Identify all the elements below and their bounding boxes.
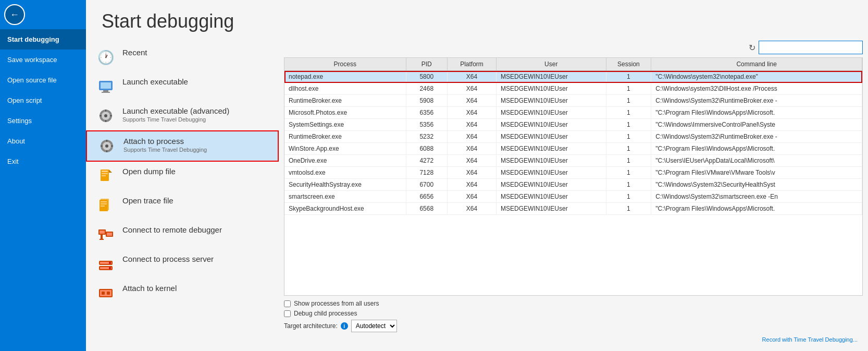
col-session: Session (606, 58, 651, 71)
svg-rect-19 (102, 171, 108, 172)
menu-item-recent[interactable]: 🕐 Recent (86, 43, 279, 72)
sidebar: ← Start debugging Save workspace Open so… (0, 0, 86, 351)
time-travel-link[interactable]: Record with Time Travel Debugging... (762, 336, 858, 343)
kernel-icon (96, 284, 115, 302)
main-body: 🕐 Recent Launch executable Launch ex (86, 38, 868, 351)
col-process: Process (284, 58, 406, 71)
table-row[interactable]: Microsoft.Photos.exe6356X64MSEDGEWIN10\I… (284, 107, 862, 119)
launch-executable-icon (96, 77, 115, 96)
menu-item-launch-adv-subtitle: Supports Time Travel Debugging (122, 116, 229, 123)
refresh-icon[interactable]: ↻ (749, 43, 755, 53)
svg-point-6 (104, 114, 107, 117)
menu-item-open-dump-file[interactable]: Open dump file (86, 162, 279, 191)
svg-rect-3 (102, 92, 110, 93)
back-button[interactable]: ← (4, 4, 25, 25)
process-table: Process PID Platform User Session Comman… (284, 58, 862, 215)
svg-point-13 (105, 144, 108, 148)
menu-item-dump-title: Open dump file (122, 167, 176, 176)
svg-rect-44 (107, 292, 110, 295)
page-title: Start debugging (102, 10, 852, 32)
sidebar-item-settings[interactable]: Settings (0, 111, 86, 131)
debug-child-label: Debug child processes (294, 310, 357, 317)
remote-debugger-icon (96, 225, 115, 244)
menu-item-launch-executable-advanced[interactable]: Launch executable (advanced) Supports Ti… (86, 101, 279, 130)
menu-item-attach-title: Attach to process (123, 137, 207, 146)
svg-rect-27 (101, 205, 105, 207)
col-user: User (496, 58, 606, 71)
menu-item-connect-remote-debugger[interactable]: Connect to remote debugger (86, 220, 279, 249)
menu-item-remote-title: Connect to remote debugger (122, 225, 222, 234)
arch-label: Target architecture: (284, 322, 338, 330)
sidebar-item-open-script[interactable]: Open script (0, 90, 86, 111)
arch-select[interactable]: Autodetect x86 x64 ARM ARM64 (351, 320, 397, 332)
svg-rect-21 (102, 175, 106, 176)
back-icon: ← (10, 10, 19, 19)
sidebar-item-open-source-file[interactable]: Open source file (0, 70, 86, 90)
footer-bar: Record with Time Travel Debugging... (284, 336, 863, 346)
main-header: Start debugging (86, 0, 868, 38)
table-row[interactable]: SystemSettings.exe5356X64MSEDGEWIN10\IEU… (284, 119, 862, 131)
launch-advanced-icon (96, 106, 115, 125)
info-icon[interactable]: i (341, 322, 348, 330)
menu-item-launch-executable[interactable]: Launch executable (86, 72, 279, 101)
recent-icon: 🕐 (96, 48, 115, 67)
menu-item-trace-title: Open trace file (122, 196, 173, 205)
svg-rect-31 (107, 233, 112, 236)
svg-point-40 (109, 267, 111, 269)
menu-item-connect-process-server[interactable]: Connect to process server (86, 249, 279, 279)
table-row[interactable]: smartscreen.exe6656X64MSEDGEWIN10\IEUser… (284, 191, 862, 203)
show-all-users-label: Show processes from all users (294, 300, 379, 307)
debug-child-checkbox[interactable] (284, 310, 291, 317)
menu-item-kernel-title: Attach to kernel (122, 284, 177, 293)
table-row[interactable]: RuntimeBroker.exe5232X64MSEDGEWIN10\IEUs… (284, 131, 862, 143)
table-row[interactable]: OneDrive.exe4272X64MSEDGEWIN10\IEUser1"C… (284, 155, 862, 167)
menu-item-open-trace-file[interactable]: Open trace file (86, 191, 279, 220)
menu-item-attach-subtitle: Supports Time Travel Debugging (123, 147, 207, 153)
col-platform: Platform (448, 58, 497, 71)
svg-rect-33 (101, 235, 103, 239)
arch-row: Target architecture: i Autodetect x86 x6… (284, 320, 863, 332)
menu-item-launch-adv-title: Launch executable (advanced) (122, 106, 229, 115)
show-all-users-row: Show processes from all users (284, 300, 863, 307)
sidebar-item-start-debugging[interactable]: Start debugging (0, 29, 86, 50)
table-row[interactable]: dllhost.exe2468X64MSEDGEWIN10\IEUser1C:\… (284, 83, 862, 95)
dump-file-icon (96, 167, 115, 186)
table-row[interactable]: WinStore.App.exe6088X64MSEDGEWIN10\IEUse… (284, 143, 862, 155)
menu-item-recent-title: Recent (122, 48, 147, 57)
main-content: Start debugging 🕐 Recent Launch executab… (86, 0, 868, 351)
sidebar-item-save-workspace[interactable]: Save workspace (0, 50, 86, 70)
svg-point-37 (109, 262, 111, 264)
debug-child-row: Debug child processes (284, 310, 863, 317)
table-row[interactable]: SecurityHealthSystray.exe6700X64MSEDGEWI… (284, 179, 862, 191)
menu-item-attach-to-kernel[interactable]: Attach to kernel (86, 279, 279, 308)
attach-icon (97, 137, 116, 155)
svg-marker-22 (109, 170, 112, 173)
process-server-icon (96, 255, 115, 273)
svg-rect-29 (100, 231, 105, 234)
col-pid: PID (406, 58, 447, 71)
svg-rect-34 (100, 239, 104, 240)
svg-rect-2 (103, 90, 108, 92)
show-all-users-checkbox[interactable] (284, 300, 291, 307)
table-row[interactable]: RuntimeBroker.exe5908X64MSEDGEWIN10\IEUs… (284, 95, 862, 107)
svg-rect-20 (102, 173, 108, 174)
menu-panel: 🕐 Recent Launch executable Launch ex (86, 38, 279, 351)
sidebar-item-about[interactable]: About (0, 131, 86, 151)
search-input[interactable] (759, 41, 863, 54)
search-bar: ↻ (284, 38, 863, 57)
table-row[interactable]: vmtoolsd.exe7128X64MSEDGEWIN10\IEUser1"C… (284, 167, 862, 179)
process-table-container: Process PID Platform User Session Comman… (284, 57, 863, 296)
menu-item-attach-to-process[interactable]: Attach to process Supports Time Travel D… (86, 130, 279, 162)
table-row[interactable]: SkypeBackgroundHost.exe6568X64MSEDGEWIN1… (284, 203, 862, 215)
menu-item-process-server-title: Connect to process server (122, 255, 214, 263)
svg-rect-25 (101, 201, 107, 202)
svg-rect-26 (101, 203, 107, 204)
col-cmdline: Command line (651, 58, 862, 71)
svg-rect-1 (101, 82, 111, 89)
table-row[interactable]: notepad.exe5800X64MSEDGEWIN10\IEUser1"C:… (284, 71, 862, 83)
right-panel: ↻ Process PID Platform User Session Comm… (279, 38, 868, 351)
trace-file-icon (96, 196, 115, 215)
sidebar-item-exit[interactable]: Exit (0, 151, 86, 172)
menu-item-launch-title: Launch executable (122, 77, 188, 86)
svg-rect-43 (102, 292, 105, 295)
